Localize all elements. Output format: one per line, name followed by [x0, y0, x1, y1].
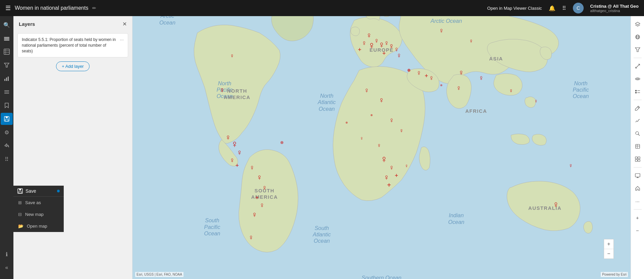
layer-options-icon[interactable]: ··· — [120, 37, 124, 42]
svg-text:Ocean: Ocean — [319, 106, 335, 112]
svg-text:♀: ♀ — [534, 98, 538, 104]
svg-text:♀: ♀ — [229, 156, 235, 164]
svg-text:♀: ♀ — [389, 116, 394, 124]
user-avatar[interactable]: C — [573, 3, 584, 13]
sidebar-apps-icon[interactable]: ⠿ — [1, 153, 13, 165]
svg-text:♀: ♀ — [399, 127, 404, 134]
svg-text:♀: ♀ — [236, 148, 243, 157]
map-area[interactable]: North Pacific Ocean North Atlantic Ocean… — [132, 16, 631, 279]
new-map-label: New map — [25, 212, 44, 217]
sidebar-table-icon[interactable] — [1, 46, 13, 58]
svg-text:♀: ♀ — [252, 210, 258, 219]
svg-text:♀: ♀ — [416, 69, 422, 77]
svg-rect-21 — [19, 191, 21, 193]
svg-text:♀: ♀ — [383, 173, 389, 182]
svg-text:♀: ♀ — [509, 87, 513, 94]
svg-text:♀: ♀ — [366, 31, 372, 40]
notification-icon[interactable]: 🔔 — [549, 5, 555, 11]
apps-grid-icon[interactable]: ⠿ — [562, 5, 566, 11]
svg-text:♀: ♀ — [368, 40, 375, 51]
zoom-in-button[interactable]: + — [604, 239, 613, 249]
sidebar-chart-icon[interactable] — [1, 73, 13, 85]
rt-edit-features-icon[interactable] — [632, 140, 644, 152]
rt-zoom-in-icon[interactable]: + — [632, 212, 644, 224]
svg-text:NORTH: NORTH — [227, 88, 247, 94]
add-layer-button[interactable]: + Add layer — [56, 61, 89, 71]
svg-text:+: + — [395, 172, 398, 179]
svg-text:Indian: Indian — [449, 212, 464, 218]
svg-text:♀: ♀ — [429, 74, 434, 82]
sidebar-share-icon[interactable] — [1, 140, 13, 152]
map-container[interactable]: North Pacific Ocean North Atlantic Ocean… — [132, 16, 631, 279]
hamburger-icon[interactable]: ☰ — [5, 4, 11, 12]
sidebar-save-icon[interactable] — [1, 113, 13, 125]
open-map-menu-item[interactable]: 📂 Open map — [13, 220, 64, 232]
svg-text:AMERICA: AMERICA — [224, 95, 251, 100]
svg-rect-4 — [4, 40, 9, 41]
rt-layers-icon[interactable] — [632, 18, 644, 30]
user-info: Cristina @ All That Geo allthatgeo_crist… — [590, 4, 639, 13]
user-name: Cristina @ All That Geo — [590, 4, 639, 9]
sidebar-bookmark-icon[interactable] — [1, 99, 13, 111]
svg-text:Ocean: Ocean — [314, 238, 330, 244]
svg-text:♀: ♀ — [230, 52, 234, 59]
svg-text:Pacific: Pacific — [204, 224, 220, 230]
svg-line-112 — [638, 64, 640, 66]
rt-divider-2 — [634, 100, 642, 100]
rt-analysis-icon[interactable] — [632, 115, 644, 127]
rt-dashboard-icon[interactable] — [632, 153, 644, 165]
open-map-label: Open map — [27, 224, 47, 229]
new-map-menu-item[interactable]: ⊟ New map — [13, 208, 64, 220]
edit-title-icon[interactable]: ✏ — [92, 5, 96, 11]
sidebar-layers-icon[interactable] — [1, 32, 13, 44]
rt-visibility-icon[interactable] — [632, 73, 644, 85]
svg-marker-9 — [4, 63, 9, 67]
right-toolbar: ··· + − — [631, 16, 644, 279]
rt-draw-icon[interactable] — [632, 102, 644, 114]
svg-text:Atlantic: Atlantic — [313, 231, 331, 237]
svg-line-113 — [636, 66, 638, 68]
svg-text:Arctic: Arctic — [160, 16, 174, 19]
svg-rect-12 — [8, 77, 9, 81]
sidebar-list-icon[interactable] — [1, 86, 13, 98]
svg-text:♀: ♀ — [380, 153, 388, 165]
rt-expand-icon[interactable] — [632, 60, 644, 72]
rt-divider-3 — [634, 167, 642, 168]
save-as-label: Save as — [25, 200, 41, 205]
rt-basemap-icon[interactable] — [632, 31, 644, 43]
rt-zoom-out-icon[interactable]: − — [632, 224, 644, 236]
save-as-menu-item[interactable]: ⊞ Save as — [13, 197, 64, 208]
svg-rect-129 — [635, 174, 640, 177]
svg-text:Ocean: Ocean — [573, 93, 589, 99]
world-map-svg: North Pacific Ocean North Atlantic Ocean… — [132, 16, 631, 279]
rt-legend-icon[interactable] — [632, 86, 644, 98]
open-classic-link[interactable]: Open in Map Viewer Classic — [487, 6, 542, 11]
layers-title: Layers — [19, 21, 35, 27]
sidebar-settings-icon[interactable]: ⚙ — [1, 126, 13, 138]
save-label: Save — [25, 188, 36, 194]
svg-text:South: South — [315, 225, 329, 231]
zoom-out-button[interactable]: − — [604, 249, 613, 259]
rt-search-icon[interactable] — [632, 128, 644, 140]
svg-text:♀: ♀ — [439, 27, 444, 34]
svg-text:Ocean: Ocean — [159, 19, 175, 26]
svg-point-114 — [637, 78, 638, 80]
new-map-icon: ⊟ — [18, 212, 22, 217]
svg-rect-5 — [4, 49, 9, 54]
rt-filter-icon[interactable] — [632, 44, 644, 56]
save-button[interactable]: Save — [13, 186, 64, 196]
sidebar-filter-icon[interactable] — [1, 59, 13, 71]
rt-divider-4 — [634, 209, 642, 210]
map-title: Women in national parliaments — [15, 5, 88, 11]
rt-screen-icon[interactable] — [632, 170, 644, 182]
svg-text:♀: ♀ — [259, 201, 265, 209]
user-handle: allthatgeo_cristina — [590, 9, 639, 13]
svg-text:♀: ♀ — [379, 95, 385, 104]
layers-close-button[interactable]: ✕ — [122, 21, 127, 27]
rt-home-icon[interactable] — [632, 182, 644, 194]
sidebar-info-icon[interactable]: ℹ — [1, 248, 13, 260]
sidebar-collapse-icon[interactable]: « — [1, 262, 13, 274]
rt-more-icon[interactable]: ··· — [632, 195, 644, 207]
sidebar-search-icon[interactable]: 🔍 — [1, 19, 13, 31]
svg-text:AFRICA: AFRICA — [465, 108, 487, 114]
